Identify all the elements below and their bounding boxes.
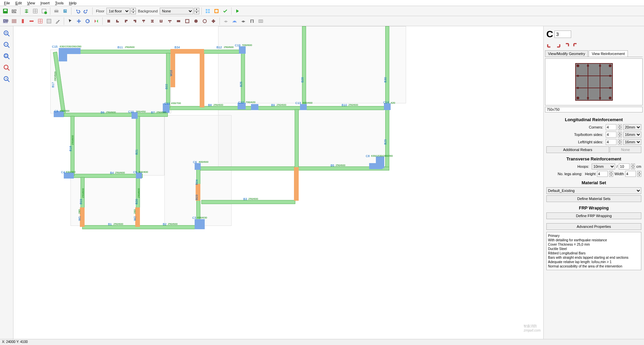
svg-point-61 [587, 65, 589, 67]
select-button[interactable] [66, 17, 74, 25]
beam-insert-button[interactable] [36, 17, 44, 25]
shape-downright-icon[interactable] [555, 42, 562, 49]
check-button[interactable] [221, 7, 229, 15]
section-circle-button[interactable] [192, 17, 200, 25]
menu-help[interactable]: Help [66, 0, 80, 5]
svg-rect-12 [208, 9, 210, 11]
floor-select[interactable]: 1st floor [106, 8, 130, 14]
zoom-window-button[interactable] [2, 63, 11, 72]
menu-edit[interactable]: Edit [13, 0, 24, 5]
tab-reinforcement[interactable]: View Reinforcement [589, 50, 628, 57]
background-select[interactable]: None [160, 8, 193, 14]
width-spin[interactable]: ▲▼ [637, 171, 641, 177]
bg-spin[interactable]: ▲▼ [194, 8, 199, 14]
section-cross-button[interactable] [209, 17, 217, 25]
undo-button[interactable] [73, 7, 82, 15]
lr-label: Left/right sides: [546, 140, 603, 144]
height-input[interactable] [597, 171, 608, 177]
wall-insert-button[interactable] [28, 17, 36, 25]
lr-dia-select[interactable]: 16mm [623, 139, 641, 145]
col-insert-button[interactable] [19, 17, 27, 25]
material-select[interactable]: Default_Existing [546, 187, 641, 194]
section-u-button[interactable] [157, 17, 165, 25]
height-spin[interactable]: ▲▼ [609, 171, 613, 177]
corners-dia-select[interactable]: 20mm [623, 124, 641, 130]
section-rect2-button[interactable] [175, 17, 183, 25]
mirror-button[interactable] [92, 17, 100, 25]
properties-panel: C View/Modify Geometry View Reinforcemen… [543, 26, 644, 339]
tb-spin[interactable]: ▲▼ [618, 132, 622, 138]
menu-insert[interactable]: Insert [38, 0, 52, 5]
tab-geometry[interactable]: View/Modify Geometry [545, 50, 588, 57]
define-material-button[interactable]: Define Material Sets [546, 195, 641, 202]
ortho-button[interactable] [212, 7, 220, 15]
additional-rebars-button[interactable]: Additional Rebars [546, 146, 609, 153]
move-button[interactable] [75, 17, 83, 25]
rotate-button[interactable] [84, 17, 92, 25]
width-input[interactable] [625, 171, 636, 177]
snap-button[interactable] [204, 7, 212, 15]
hoops-dia-select[interactable]: 10mm [592, 163, 615, 169]
section-rect-button[interactable] [105, 17, 113, 25]
shape-upright-icon[interactable] [564, 42, 571, 49]
tb-input[interactable] [606, 132, 616, 138]
define-frp-button[interactable]: Define FRP Wrapping [546, 212, 641, 219]
lr-spin[interactable]: ▲▼ [618, 139, 622, 145]
corners-spin[interactable]: ▲▼ [618, 124, 622, 130]
frame2-button[interactable] [257, 17, 265, 25]
hoops-spacing-input[interactable] [619, 163, 630, 169]
section-tbeam-button[interactable] [166, 17, 174, 25]
save-button[interactable] [1, 7, 9, 15]
frp-title: FRP Wrapping [545, 205, 643, 210]
layer-flat-button[interactable] [222, 17, 230, 25]
redo-button[interactable] [82, 7, 90, 15]
zoom-prev-button[interactable] [2, 75, 11, 84]
hoops-spin[interactable]: ▲▼ [631, 163, 635, 169]
stairs-button[interactable] [54, 17, 62, 25]
advanced-button[interactable]: Advanced Properties [546, 223, 641, 230]
section-l1-button[interactable] [113, 17, 121, 25]
zoom-in-button[interactable] [2, 29, 11, 38]
menu-view[interactable]: View [24, 0, 38, 5]
element-type-label: C [546, 29, 553, 40]
section-l3-button[interactable] [131, 17, 139, 25]
svg-rect-28 [186, 19, 189, 23]
section-l2-button[interactable] [122, 17, 130, 25]
svg-line-49 [8, 69, 9, 70]
element-number-input[interactable] [554, 31, 571, 38]
run-button[interactable] [234, 7, 242, 15]
frame-button[interactable] [248, 17, 256, 25]
none-button[interactable]: None [610, 146, 641, 153]
grid-add-button[interactable] [40, 7, 48, 15]
layer-dark-button[interactable] [239, 17, 247, 25]
section-t-button[interactable] [140, 17, 148, 25]
tb-dia-select[interactable]: 16mm [623, 132, 641, 138]
section-i-button[interactable] [148, 17, 156, 25]
export-button[interactable] [61, 7, 69, 15]
section-hollow-button[interactable] [183, 17, 191, 25]
shape-upleft-icon[interactable] [573, 42, 579, 49]
slab-button[interactable] [45, 17, 53, 25]
zoom-out-button[interactable] [2, 40, 11, 50]
corners-input[interactable] [606, 124, 616, 130]
layer-3d-button[interactable] [231, 17, 239, 25]
menu-file[interactable]: File [1, 0, 13, 5]
layer-button[interactable] [22, 7, 31, 15]
svg-point-60 [609, 97, 611, 99]
zoom-extents-button[interactable] [2, 52, 11, 61]
lr-input[interactable] [606, 139, 616, 145]
svg-rect-20 [30, 20, 34, 22]
insert-drawing-button[interactable] [10, 17, 18, 25]
open-dwg-button[interactable]: DWG [10, 7, 18, 15]
trans-reinf-title: Transverse Reinforcement [545, 156, 643, 161]
shape-downleft-icon[interactable] [546, 42, 553, 49]
print-button[interactable] [52, 7, 60, 15]
section-ring-button[interactable] [201, 17, 209, 25]
svg-point-50 [4, 77, 8, 81]
floor-spin[interactable]: ▲▼ [131, 8, 136, 14]
drawing-canvas[interactable]: C15630/1530/280/280 C19530/600 C9930/300… [13, 26, 543, 339]
grid-button[interactable] [31, 7, 39, 15]
tb-label: Top/bottom sides: [546, 133, 603, 137]
dwg-import-button[interactable]: DWG [1, 17, 9, 25]
menu-tools[interactable]: Tools [52, 0, 66, 5]
